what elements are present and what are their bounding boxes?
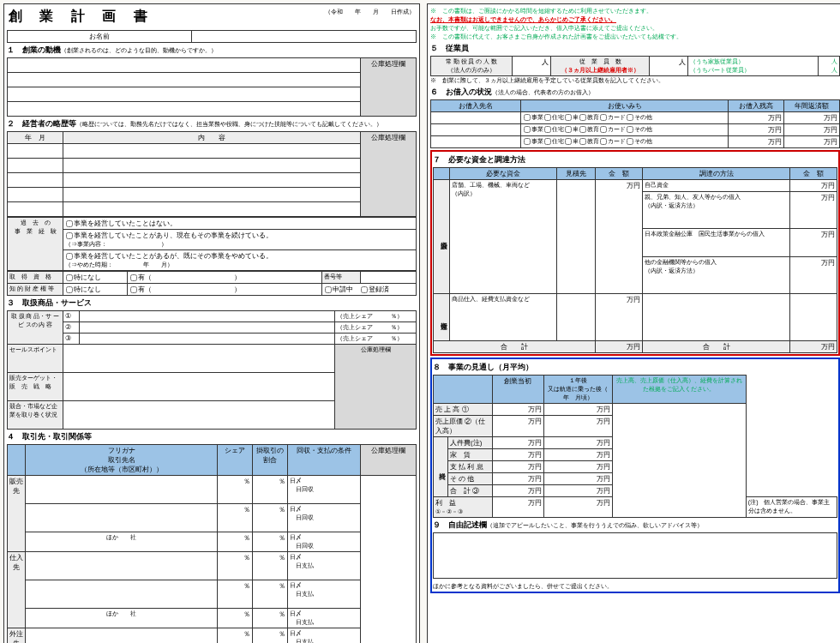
bal[interactable]: 万円 <box>729 124 784 136</box>
cb[interactable] <box>544 126 551 133</box>
int-i[interactable]: 万円 <box>492 461 543 473</box>
checkbox[interactable] <box>66 286 73 293</box>
oth-y[interactable]: 万円 <box>543 473 612 485</box>
cb[interactable] <box>544 138 551 145</box>
unten-amt[interactable]: 万円 <box>596 294 643 341</box>
f2-amt[interactable]: 万円 <box>790 192 837 229</box>
bal[interactable]: 万円 <box>729 112 784 124</box>
st-y[interactable]: 万円 <box>543 485 612 497</box>
ann[interactable]: 万円 <box>784 112 840 124</box>
unten-est[interactable] <box>557 294 596 341</box>
career-cont[interactable] <box>63 202 361 217</box>
ext-field[interactable] <box>26 628 218 644</box>
rent-i[interactable]: 万円 <box>492 449 543 461</box>
cb[interactable] <box>524 138 531 145</box>
tgt-field[interactable] <box>63 373 335 401</box>
cb[interactable] <box>565 138 572 145</box>
checkbox[interactable] <box>361 286 368 293</box>
supp-field[interactable] <box>26 580 218 609</box>
cb[interactable] <box>627 126 633 133</box>
motive-row[interactable] <box>8 102 361 117</box>
name-field[interactable] <box>191 31 416 43</box>
cb[interactable] <box>524 114 531 121</box>
prod-field[interactable] <box>80 311 335 322</box>
motive-row[interactable] <box>8 87 361 102</box>
prod-field[interactable] <box>80 322 335 334</box>
f3-amt[interactable]: 万円 <box>790 229 837 257</box>
sp-field[interactable] <box>63 345 335 373</box>
cg-y[interactable]: 万円 <box>543 416 612 437</box>
ip-status[interactable]: 申請中 登録済 <box>322 284 417 296</box>
cb[interactable] <box>544 114 551 121</box>
cb[interactable] <box>565 114 572 121</box>
checkbox[interactable] <box>130 274 137 281</box>
cb[interactable] <box>600 138 607 145</box>
cb[interactable] <box>565 126 572 133</box>
loan-use[interactable]: 事業住宅車教育カードその他 <box>521 136 729 148</box>
f4-amt[interactable]: 万円 <box>790 257 837 294</box>
cb[interactable] <box>579 138 586 145</box>
ann[interactable]: 万円 <box>784 124 840 136</box>
tot-amt[interactable]: 万円 <box>596 341 643 353</box>
career-cont[interactable] <box>63 173 361 188</box>
int-y[interactable]: 万円 <box>543 461 612 473</box>
ip-yes[interactable]: 有（ ） <box>128 284 322 296</box>
unten-desc[interactable]: 商品仕入、経費支払資金など <box>450 294 557 341</box>
bal[interactable]: 万円 <box>729 136 784 148</box>
setsu-desc[interactable]: 店舗、工場、機械、車両など（内訳） <box>450 180 557 294</box>
ann[interactable]: 万円 <box>784 136 840 148</box>
cust-field[interactable] <box>26 476 218 504</box>
checkbox[interactable] <box>66 253 73 260</box>
motive-row[interactable] <box>8 58 361 73</box>
rent-y[interactable]: 万円 <box>543 449 612 461</box>
career-ym[interactable] <box>8 159 63 173</box>
career-ym[interactable] <box>8 202 63 217</box>
loan-use[interactable]: 事業住宅車教育カードその他 <box>521 124 729 136</box>
checkbox[interactable] <box>325 286 332 293</box>
cb[interactable] <box>627 114 633 121</box>
exp-opt2[interactable]: 事業を経営していたことがあり、現在もその事業を続けている。（⇒事業内容： ） <box>63 230 417 250</box>
setsu-est[interactable] <box>557 180 596 294</box>
cb[interactable] <box>627 138 633 145</box>
sl-y[interactable]: 万円 <box>543 404 612 416</box>
cb[interactable] <box>600 114 607 121</box>
work-field[interactable]: 人 <box>650 57 688 76</box>
prof-y[interactable]: 万円 <box>543 497 612 518</box>
f1-amt[interactable]: 万円 <box>790 180 837 192</box>
checkbox[interactable] <box>130 286 137 293</box>
career-ym[interactable] <box>8 173 63 188</box>
career-cont[interactable] <box>63 159 361 173</box>
motive-row[interactable] <box>8 73 361 87</box>
sl-i[interactable]: 万円 <box>492 404 543 416</box>
cust-field[interactable] <box>26 504 218 532</box>
career-ym[interactable] <box>8 188 63 202</box>
basis-field[interactable] <box>612 404 746 518</box>
emp-field[interactable]: 人 <box>513 57 551 76</box>
career-cont[interactable] <box>63 144 361 159</box>
loan-from[interactable] <box>431 136 521 148</box>
cg-i[interactable]: 万円 <box>492 416 543 437</box>
prof-i[interactable]: 万円 <box>492 497 543 518</box>
exp-opt3[interactable]: 事業を経営していたことがあるが、既にその事業をやめている。（⇒やめた時期： 年 … <box>63 250 417 271</box>
cb[interactable] <box>600 126 607 133</box>
career-cont[interactable] <box>63 188 361 202</box>
setsu-amt[interactable]: 万円 <box>596 180 643 294</box>
comp-field[interactable] <box>63 401 335 430</box>
free-field[interactable] <box>434 533 837 579</box>
exp-opt1[interactable]: 事業を経営していたことはない。 <box>63 218 417 230</box>
pers-i[interactable]: 万円 <box>492 437 543 449</box>
supp-field[interactable] <box>26 552 218 580</box>
checkbox[interactable] <box>66 232 73 239</box>
qual-none[interactable]: 特になし <box>63 272 128 284</box>
cb[interactable] <box>579 126 586 133</box>
loan-from[interactable] <box>431 124 521 136</box>
tot-amt2[interactable]: 万円 <box>790 341 837 353</box>
prod-field[interactable] <box>80 334 335 345</box>
num-field[interactable] <box>361 272 417 284</box>
oth-i[interactable]: 万円 <box>492 473 543 485</box>
career-ym[interactable] <box>8 144 63 159</box>
qual-yes[interactable]: 有（ ） <box>128 272 322 284</box>
loan-from[interactable] <box>431 112 521 124</box>
cb[interactable] <box>579 114 586 121</box>
checkbox[interactable] <box>66 220 73 227</box>
